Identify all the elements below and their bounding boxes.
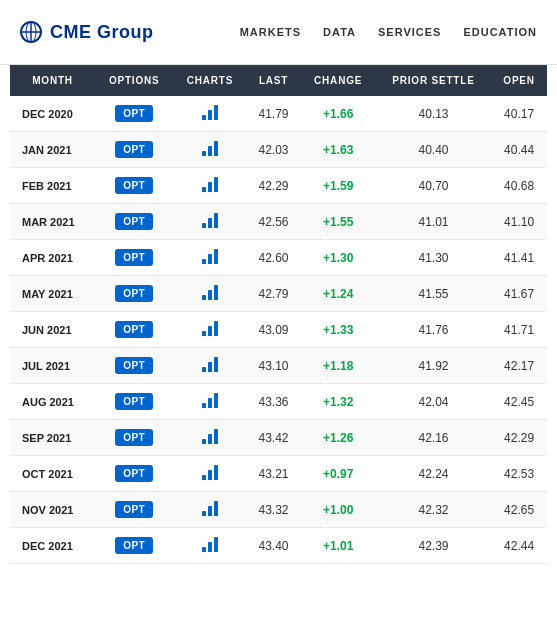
- table-row: FEB 2021OPT42.29+1.5940.7040.68: [10, 168, 547, 204]
- cell-chart[interactable]: [173, 312, 246, 348]
- opt-button[interactable]: OPT: [115, 429, 153, 446]
- cell-prior-settle: 42.39: [376, 528, 491, 564]
- col-open: OPEN: [491, 65, 547, 96]
- cell-prior-settle: 40.13: [376, 96, 491, 132]
- cell-options[interactable]: OPT: [95, 240, 173, 276]
- bar-chart-icon[interactable]: [202, 176, 218, 192]
- bar-chart-icon[interactable]: [202, 140, 218, 156]
- cell-month: JAN 2021: [10, 132, 95, 168]
- cell-last: 43.40: [247, 528, 301, 564]
- cell-chart[interactable]: [173, 492, 246, 528]
- cell-change: +1.30: [301, 240, 376, 276]
- opt-button[interactable]: OPT: [115, 357, 153, 374]
- cell-options[interactable]: OPT: [95, 312, 173, 348]
- table-row: NOV 2021OPT43.32+1.0042.3242.65: [10, 492, 547, 528]
- opt-button[interactable]: OPT: [115, 393, 153, 410]
- bar-chart-icon[interactable]: [202, 284, 218, 300]
- cell-chart[interactable]: [173, 276, 246, 312]
- cell-options[interactable]: OPT: [95, 348, 173, 384]
- cell-chart[interactable]: [173, 204, 246, 240]
- table-row: SEP 2021OPT43.42+1.2642.1642.29: [10, 420, 547, 456]
- cell-open: 42.53: [491, 456, 547, 492]
- bar-chart-icon[interactable]: [202, 212, 218, 228]
- cell-chart[interactable]: [173, 240, 246, 276]
- cell-options[interactable]: OPT: [95, 276, 173, 312]
- nav-services[interactable]: SERVICES: [378, 26, 441, 38]
- cell-change: +1.18: [301, 348, 376, 384]
- cell-month: JUN 2021: [10, 312, 95, 348]
- nav-education[interactable]: EDUCATION: [463, 26, 537, 38]
- bar-chart-icon[interactable]: [202, 428, 218, 444]
- opt-button[interactable]: OPT: [115, 141, 153, 158]
- cell-options[interactable]: OPT: [95, 384, 173, 420]
- bar-chart-icon[interactable]: [202, 392, 218, 408]
- cell-prior-settle: 42.24: [376, 456, 491, 492]
- opt-button[interactable]: OPT: [115, 321, 153, 338]
- cell-options[interactable]: OPT: [95, 132, 173, 168]
- opt-button[interactable]: OPT: [115, 465, 153, 482]
- cell-change: +1.32: [301, 384, 376, 420]
- cell-change: +1.01: [301, 528, 376, 564]
- cell-open: 41.41: [491, 240, 547, 276]
- bar-chart-icon[interactable]: [202, 536, 218, 552]
- cell-month: DEC 2020: [10, 96, 95, 132]
- cell-chart[interactable]: [173, 456, 246, 492]
- cell-last: 41.79: [247, 96, 301, 132]
- cell-chart[interactable]: [173, 168, 246, 204]
- cell-open: 42.65: [491, 492, 547, 528]
- cell-change: +1.24: [301, 276, 376, 312]
- bar-chart-icon[interactable]: [202, 104, 218, 120]
- col-change: CHANGE: [301, 65, 376, 96]
- cell-options[interactable]: OPT: [95, 456, 173, 492]
- nav-markets[interactable]: MARKETS: [240, 26, 301, 38]
- cell-change: +1.26: [301, 420, 376, 456]
- cell-chart[interactable]: [173, 132, 246, 168]
- nav-data[interactable]: DATA: [323, 26, 356, 38]
- cell-options[interactable]: OPT: [95, 492, 173, 528]
- opt-button[interactable]: OPT: [115, 177, 153, 194]
- table-row: MAY 2021OPT42.79+1.2441.5541.67: [10, 276, 547, 312]
- table-row: DEC 2021OPT43.40+1.0142.3942.44: [10, 528, 547, 564]
- opt-button[interactable]: OPT: [115, 501, 153, 518]
- opt-button[interactable]: OPT: [115, 105, 153, 122]
- cell-options[interactable]: OPT: [95, 96, 173, 132]
- cell-chart[interactable]: [173, 348, 246, 384]
- cell-options[interactable]: OPT: [95, 420, 173, 456]
- bar-chart-icon[interactable]: [202, 500, 218, 516]
- cell-prior-settle: 40.40: [376, 132, 491, 168]
- table-row: JAN 2021OPT42.03+1.6340.4040.44: [10, 132, 547, 168]
- cme-logo-icon: [20, 21, 42, 43]
- cell-open: 42.17: [491, 348, 547, 384]
- cell-last: 42.79: [247, 276, 301, 312]
- bar-chart-icon[interactable]: [202, 356, 218, 372]
- bar-chart-icon[interactable]: [202, 248, 218, 264]
- cell-options[interactable]: OPT: [95, 168, 173, 204]
- col-last: LAST: [247, 65, 301, 96]
- opt-button[interactable]: OPT: [115, 537, 153, 554]
- cell-prior-settle: 42.16: [376, 420, 491, 456]
- table-row: OCT 2021OPT43.21+0.9742.2442.53: [10, 456, 547, 492]
- bar-chart-icon[interactable]: [202, 320, 218, 336]
- opt-button[interactable]: OPT: [115, 249, 153, 266]
- cell-last: 43.10: [247, 348, 301, 384]
- bar-chart-icon[interactable]: [202, 464, 218, 480]
- cell-prior-settle: 42.04: [376, 384, 491, 420]
- col-prior-settle: PRIOR SETTLE: [376, 65, 491, 96]
- futures-table-container: MONTH OPTIONS CHARTS LAST CHANGE PRIOR S…: [0, 65, 557, 574]
- cell-change: +1.63: [301, 132, 376, 168]
- cell-month: JUL 2021: [10, 348, 95, 384]
- table-row: DEC 2020OPT41.79+1.6640.1340.17: [10, 96, 547, 132]
- cell-chart[interactable]: [173, 96, 246, 132]
- opt-button[interactable]: OPT: [115, 285, 153, 302]
- cell-month: MAR 2021: [10, 204, 95, 240]
- cell-last: 42.29: [247, 168, 301, 204]
- cell-open: 40.17: [491, 96, 547, 132]
- cell-chart[interactable]: [173, 384, 246, 420]
- cell-chart[interactable]: [173, 528, 246, 564]
- cell-options[interactable]: OPT: [95, 204, 173, 240]
- cell-open: 42.29: [491, 420, 547, 456]
- opt-button[interactable]: OPT: [115, 213, 153, 230]
- cell-chart[interactable]: [173, 420, 246, 456]
- cell-prior-settle: 41.92: [376, 348, 491, 384]
- cell-options[interactable]: OPT: [95, 528, 173, 564]
